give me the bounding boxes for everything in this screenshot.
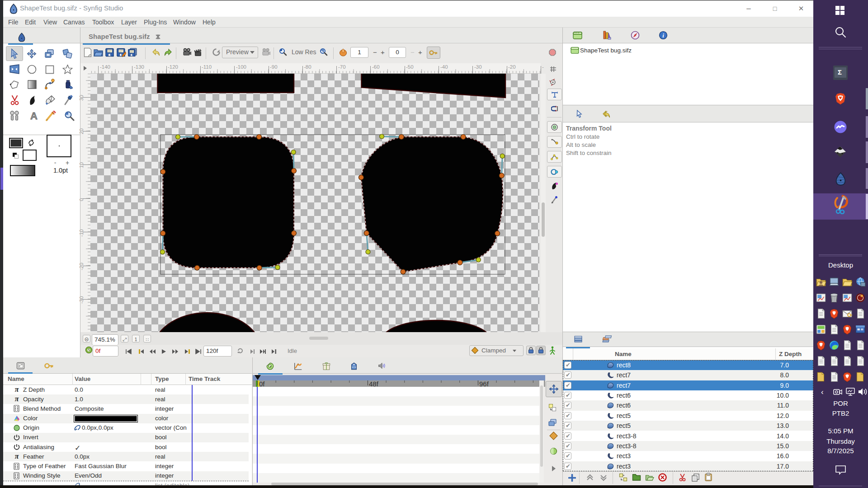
svg-text:<>: <> <box>352 366 356 369</box>
svg-text:A: A <box>30 111 38 121</box>
svg-text:i: i <box>662 32 664 39</box>
